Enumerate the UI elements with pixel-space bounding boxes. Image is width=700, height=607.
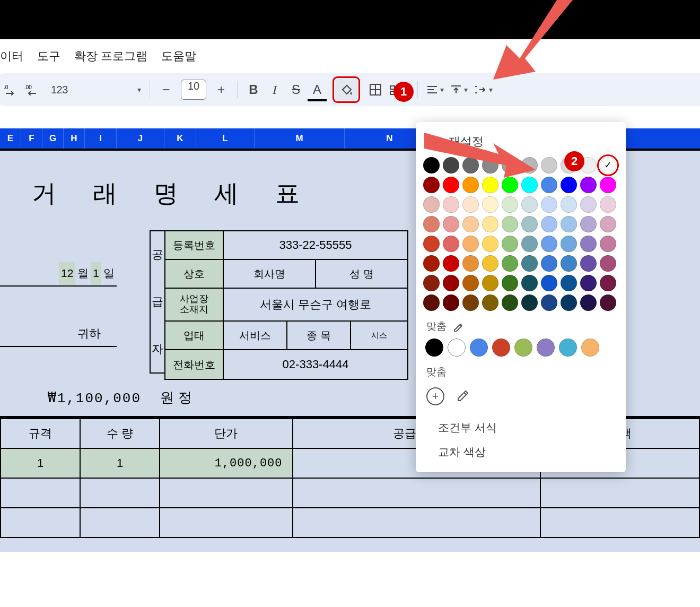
color-swatch[interactable] <box>521 216 538 232</box>
color-swatch[interactable] <box>541 177 557 193</box>
color-swatch[interactable] <box>462 275 479 291</box>
color-swatch[interactable] <box>561 255 577 272</box>
horizontal-align-button[interactable] <box>423 79 447 100</box>
col-header[interactable]: G <box>42 128 64 149</box>
cell[interactable]: 1,000,000 <box>160 448 292 478</box>
pencil-icon[interactable] <box>453 321 463 332</box>
color-swatch[interactable] <box>600 294 616 311</box>
fill-color-button[interactable] <box>335 79 357 100</box>
bold-button[interactable]: B <box>243 79 264 100</box>
color-swatch[interactable] <box>561 177 577 193</box>
borders-button[interactable] <box>365 79 386 100</box>
color-swatch[interactable] <box>541 157 557 174</box>
decrease-font-button[interactable]: − <box>155 79 177 100</box>
strikethrough-button[interactable]: S <box>285 79 307 100</box>
color-swatch[interactable] <box>423 216 440 232</box>
color-swatch[interactable] <box>502 294 518 311</box>
col-header[interactable]: L <box>196 128 255 149</box>
increase-font-button[interactable]: + <box>211 79 232 100</box>
color-swatch[interactable] <box>462 255 479 272</box>
color-swatch[interactable] <box>521 196 538 213</box>
color-swatch[interactable] <box>443 236 459 252</box>
increase-decimal-button[interactable]: .00 <box>21 79 43 100</box>
number-format-dropdown[interactable]: 123 <box>43 79 144 100</box>
menu-item[interactable]: 도움말 <box>161 48 196 64</box>
color-swatch[interactable] <box>443 196 459 213</box>
color-swatch[interactable] <box>600 177 616 193</box>
color-swatch[interactable] <box>541 275 557 291</box>
color-swatch[interactable] <box>462 216 479 232</box>
color-swatch[interactable] <box>521 294 538 311</box>
color-swatch[interactable] <box>423 275 440 291</box>
color-swatch[interactable] <box>423 294 440 311</box>
color-swatch[interactable] <box>580 255 597 272</box>
cell[interactable] <box>540 508 699 537</box>
color-swatch[interactable] <box>443 216 459 232</box>
color-swatch[interactable] <box>521 255 538 272</box>
color-swatch[interactable] <box>600 275 616 291</box>
color-swatch[interactable] <box>561 216 577 232</box>
color-swatch[interactable] <box>521 275 538 291</box>
color-swatch[interactable] <box>541 255 557 272</box>
cell[interactable] <box>80 508 160 537</box>
color-swatch[interactable] <box>443 255 459 272</box>
color-swatch[interactable] <box>462 236 479 252</box>
cell[interactable] <box>1 478 80 508</box>
menu-item[interactable]: 도구 <box>37 48 60 64</box>
cell[interactable] <box>293 478 540 508</box>
alternating-colors-link[interactable]: 교차 색상 <box>438 445 603 459</box>
cell[interactable] <box>160 478 292 508</box>
color-swatch[interactable] <box>423 196 440 213</box>
custom-color-swatch[interactable] <box>470 339 488 357</box>
color-swatch[interactable] <box>541 196 557 213</box>
menu-item[interactable]: 확장 프로그램 <box>74 48 147 64</box>
cell[interactable] <box>1 508 80 537</box>
custom-color-swatch[interactable] <box>514 339 532 357</box>
color-swatch[interactable] <box>541 216 557 232</box>
color-swatch[interactable] <box>502 236 518 252</box>
color-swatch[interactable] <box>541 236 557 252</box>
color-swatch[interactable] <box>482 216 498 232</box>
color-swatch[interactable] <box>521 236 538 252</box>
color-swatch[interactable] <box>580 236 597 252</box>
color-swatch[interactable] <box>561 294 577 311</box>
color-swatch[interactable] <box>600 216 616 232</box>
custom-color-swatch[interactable] <box>581 339 599 357</box>
color-swatch[interactable] <box>580 275 597 291</box>
color-swatch[interactable] <box>423 236 440 252</box>
color-swatch[interactable] <box>462 294 479 311</box>
color-swatch[interactable] <box>482 236 498 252</box>
text-color-button[interactable]: A <box>307 79 328 100</box>
color-swatch[interactable] <box>580 216 597 232</box>
color-swatch[interactable] <box>541 294 557 311</box>
custom-color-swatch[interactable] <box>559 339 577 357</box>
color-swatch[interactable] <box>561 236 577 252</box>
decrease-decimal-button[interactable]: .0 <box>0 79 21 100</box>
cell[interactable]: 1 <box>80 448 160 478</box>
col-header[interactable]: I <box>85 128 117 149</box>
cell[interactable] <box>293 508 540 537</box>
color-swatch[interactable] <box>600 157 616 174</box>
col-header[interactable]: F <box>21 128 42 149</box>
color-swatch[interactable] <box>502 275 518 291</box>
color-swatch[interactable] <box>600 255 616 272</box>
color-swatch[interactable] <box>561 196 577 213</box>
color-swatch[interactable] <box>462 196 479 213</box>
col-header[interactable]: J <box>117 128 164 149</box>
color-swatch[interactable] <box>580 196 597 213</box>
col-header[interactable]: M <box>255 128 345 149</box>
color-swatch[interactable] <box>600 196 616 213</box>
col-header[interactable]: E <box>0 128 21 149</box>
color-swatch[interactable] <box>502 196 518 213</box>
color-swatch[interactable] <box>502 255 518 272</box>
custom-color-swatch[interactable] <box>537 339 555 357</box>
col-header[interactable]: K <box>164 128 196 149</box>
cell[interactable] <box>160 508 292 537</box>
cell[interactable]: 1 <box>1 448 80 478</box>
col-header[interactable]: H <box>64 128 85 149</box>
color-swatch[interactable] <box>580 177 597 193</box>
color-swatch[interactable] <box>423 255 440 272</box>
color-swatch[interactable] <box>600 236 616 252</box>
color-swatch[interactable] <box>443 275 459 291</box>
custom-color-swatch[interactable] <box>448 339 466 357</box>
